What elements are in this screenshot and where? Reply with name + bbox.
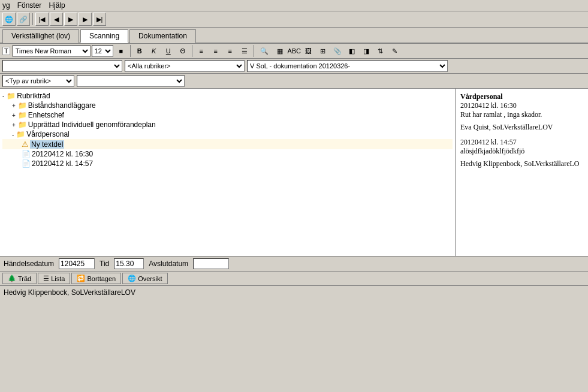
content-section1: Vårdpersonal 20120412 kl. 16:30 Rut har … bbox=[460, 92, 583, 132]
content-author2: Hedvig Klippenbock, SoLVerkställareLO bbox=[460, 159, 583, 168]
doc-icon-1: 📄 bbox=[22, 150, 31, 158]
color-btn[interactable]: ■ bbox=[114, 45, 128, 57]
underline-btn[interactable]: U bbox=[162, 45, 175, 57]
borttagen-label: Borttagen bbox=[87, 275, 116, 282]
more2-btn[interactable]: ◨ bbox=[360, 45, 373, 57]
content-date1: 20120412 kl. 16:30 bbox=[460, 101, 583, 110]
format-bar: T Times New Roman 12 ■ B K U Θ ≡ ≡ ≡ ☰ 🔍… bbox=[0, 44, 588, 59]
tree-label-doc1: 20120412 kl. 16:30 bbox=[32, 150, 93, 158]
lista-icon: ☰ bbox=[43, 275, 49, 282]
tree-label-enhet: Enhetschef bbox=[28, 111, 64, 119]
heading-bar: <Typ av rubrik> bbox=[0, 74, 588, 89]
tree-item-vard[interactable]: - 📁 Vårdpersonal bbox=[2, 129, 453, 139]
align-center-btn[interactable]: ≡ bbox=[209, 45, 222, 57]
tree-item-doc1[interactable]: 📄 20120412 kl. 16:30 bbox=[2, 149, 453, 159]
img-btn[interactable]: 🖼 bbox=[302, 45, 315, 57]
time-input[interactable] bbox=[114, 258, 144, 269]
align-left-btn[interactable]: ≡ bbox=[195, 45, 208, 57]
tree-root-label: Rubrikträd bbox=[17, 92, 50, 100]
trad-label: Träd bbox=[18, 275, 31, 282]
expand-root: - bbox=[2, 93, 4, 99]
dd3-select[interactable]: V SoL - dokumentation 20120326- bbox=[247, 60, 448, 72]
find2-btn[interactable]: ▦ bbox=[273, 45, 287, 57]
label-end: Avslutdatum bbox=[149, 260, 188, 268]
strike-btn[interactable]: Θ bbox=[176, 45, 189, 57]
end-input[interactable] bbox=[193, 258, 229, 269]
toolbar-btn-last[interactable]: ▶| bbox=[93, 13, 106, 26]
folder-icon-vard: 📁 bbox=[16, 130, 25, 138]
tab-verkstallighet[interactable]: Verkställighet (lov) bbox=[2, 29, 79, 43]
toolbar-btn-prev[interactable]: ◀ bbox=[50, 13, 63, 26]
toolbar-btn-globe[interactable]: 🌐 bbox=[2, 13, 16, 26]
content-title: Vårdpersonal bbox=[460, 92, 583, 101]
table-btn[interactable]: ⊞ bbox=[316, 45, 330, 57]
doc-icon-2: 📄 bbox=[22, 159, 31, 168]
expand-upprat: + bbox=[12, 122, 16, 128]
font-select[interactable]: Times New Roman bbox=[13, 45, 91, 57]
toolbar-btn-link[interactable]: 🔗 bbox=[17, 13, 30, 26]
expand-enhet: + bbox=[12, 112, 16, 119]
bottom-tab-trad[interactable]: 🌲 Träd bbox=[2, 273, 37, 284]
content-text1: Rut har ramlat , inga skador. bbox=[460, 110, 583, 119]
italic-btn[interactable]: K bbox=[147, 45, 161, 57]
heading-type-select[interactable]: <Typ av rubrik> bbox=[2, 75, 74, 87]
tab-dokumentation[interactable]: Dokumentation bbox=[129, 29, 196, 43]
tab-scanning[interactable]: Scanning bbox=[80, 29, 128, 43]
bold-btn[interactable]: B bbox=[133, 45, 146, 57]
menu-bar: yg Fönster Hjälp bbox=[0, 0, 588, 11]
tree-label-doc2: 20120412 kl. 14:57 bbox=[32, 159, 93, 168]
dropdown-bar: <Alla rubriker> V SoL - dokumentation 20… bbox=[0, 59, 588, 74]
dd2-select[interactable]: <Alla rubriker> bbox=[125, 60, 245, 72]
lista-label: Lista bbox=[51, 275, 65, 282]
folder-icon-enhet: 📁 bbox=[18, 111, 27, 119]
expand-bistand: + bbox=[12, 102, 16, 109]
toolbar-btn-play[interactable]: ▶ bbox=[64, 13, 77, 26]
menu-fonster[interactable]: Fönster bbox=[17, 1, 42, 10]
tree-item-ny[interactable]: ⚠ Ny textdel bbox=[2, 139, 453, 149]
borttagen-icon: 🔁 bbox=[77, 275, 85, 282]
format-sep3 bbox=[254, 45, 254, 57]
tab-bar: Verkställighet (lov) Scanning Dokumentat… bbox=[0, 28, 588, 44]
content-date2: 20120412 kl. 14:57 bbox=[460, 138, 583, 147]
tree-label-upprat: Upprättad Individuell genomförandeplan bbox=[28, 120, 156, 129]
menu-yg[interactable]: yg bbox=[2, 1, 10, 10]
heading-text-select[interactable] bbox=[77, 75, 185, 87]
more1-btn[interactable]: ◧ bbox=[345, 45, 358, 57]
folder-icon-root: 📁 bbox=[7, 92, 16, 100]
date-input[interactable] bbox=[59, 258, 95, 269]
content-panel: Vårdpersonal 20120412 kl. 16:30 Rut har … bbox=[456, 89, 588, 256]
tree-label-ny: Ny textdel bbox=[30, 140, 64, 149]
find-btn[interactable]: 🔍 bbox=[257, 45, 272, 57]
clip-btn[interactable]: 📎 bbox=[331, 45, 344, 57]
spell-btn[interactable]: ABC bbox=[288, 45, 301, 57]
folder-icon-upprat: 📁 bbox=[18, 120, 27, 129]
tree-item-bistand[interactable]: + 📁 Biståndshandläggare bbox=[2, 101, 453, 110]
bottom-tab-borttagen[interactable]: 🔁 Borttagen bbox=[71, 273, 121, 284]
bottom-tab-lista[interactable]: ☰ Lista bbox=[38, 273, 70, 284]
toolbar: 🌐 🔗 |◀ ◀ ▶ ▶ ▶| bbox=[0, 11, 588, 28]
content-text2: alösjdfkjadöklfjödkfjö bbox=[460, 147, 583, 156]
toolbar-sep1 bbox=[32, 13, 33, 25]
bottom-tab-oversikt[interactable]: 🌐 Översikt bbox=[122, 273, 167, 284]
tree-item-upprat[interactable]: + 📁 Upprättad Individuell genomförandepl… bbox=[2, 120, 453, 129]
toolbar-btn-next[interactable]: ▶ bbox=[79, 13, 92, 26]
size-select[interactable]: 12 bbox=[92, 45, 113, 57]
format-sep1 bbox=[130, 45, 131, 57]
list-btn[interactable]: ☰ bbox=[238, 45, 251, 57]
tree-item-enhet[interactable]: + 📁 Enhetschef bbox=[2, 110, 453, 120]
oversikt-icon: 🌐 bbox=[128, 275, 136, 282]
align-right-btn[interactable]: ≡ bbox=[224, 45, 237, 57]
label-time: Tid bbox=[99, 260, 109, 268]
dd1-select[interactable] bbox=[2, 60, 122, 72]
toolbar-btn-first[interactable]: |◀ bbox=[35, 13, 49, 26]
tree-item-doc2[interactable]: 📄 20120412 kl. 14:57 bbox=[2, 159, 453, 168]
footer-area: Hedvig Klippenbock, SoLVerkställareLOV bbox=[0, 286, 588, 346]
expand-vard: - bbox=[12, 131, 14, 138]
tree-panel[interactable]: - 📁 Rubrikträd + 📁 Biståndshandläggare +… bbox=[0, 89, 456, 256]
more4-btn[interactable]: ✎ bbox=[388, 45, 402, 57]
content-author1: Eva Quist, SoLVerkställareLOV bbox=[460, 123, 583, 132]
tree-root[interactable]: - 📁 Rubrikträd bbox=[2, 91, 453, 101]
more3-btn[interactable]: ⇅ bbox=[374, 45, 387, 57]
status-bar: Händelsedatum Tid Avslutdatum bbox=[0, 257, 588, 272]
menu-hjalp[interactable]: Hjälp bbox=[49, 1, 65, 10]
